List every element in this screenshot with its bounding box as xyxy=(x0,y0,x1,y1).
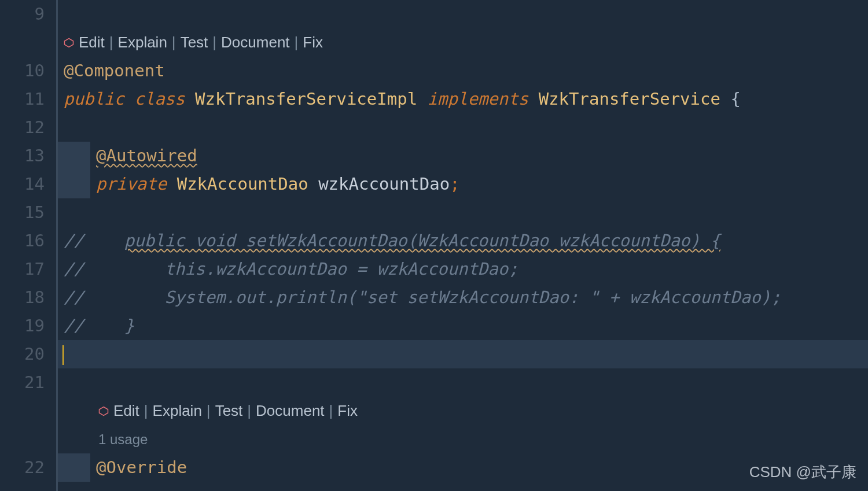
code-line[interactable]: // } xyxy=(64,312,868,340)
lens-test[interactable]: Test xyxy=(215,397,243,425)
keyword-class: class xyxy=(134,89,185,109)
class-name: WzkTransferServiceImpl xyxy=(195,89,417,109)
interface-name: WzkTransferService xyxy=(539,89,720,109)
lens-explain[interactable]: Explain xyxy=(118,28,167,57)
code-line[interactable] xyxy=(64,368,868,397)
line-number: 11 xyxy=(0,85,45,113)
code-area[interactable]: Edit | Explain | Test | Document | Fix @… xyxy=(58,0,868,491)
code-line[interactable] xyxy=(64,198,868,227)
code-line[interactable]: // System.out.println("set setWzkAccount… xyxy=(64,283,868,312)
selection-block xyxy=(58,142,90,170)
code-line[interactable]: @Component xyxy=(64,57,868,85)
lens-separator: | xyxy=(109,28,113,57)
keyword-private: private xyxy=(96,174,167,194)
lens-separator: | xyxy=(207,397,211,425)
code-line[interactable]: public class WzkTransferServiceImpl impl… xyxy=(64,85,868,113)
code-line[interactable]: // public void setWzkAccountDao(WzkAccou… xyxy=(64,227,868,255)
lens-separator: | xyxy=(295,28,299,57)
line-number xyxy=(0,425,45,453)
lens-edit[interactable]: Edit xyxy=(113,397,139,425)
line-number xyxy=(0,28,45,57)
selection-block xyxy=(58,170,90,198)
ai-icon xyxy=(98,406,109,416)
code-line[interactable]: private WzkAccountDao wzkAccountDao; xyxy=(64,170,868,198)
code-lens-row: Edit | Explain | Test | Document | Fix xyxy=(64,28,868,57)
usage-hint[interactable]: 1 usage xyxy=(64,425,868,453)
lens-separator: | xyxy=(212,28,216,57)
line-number: 10 xyxy=(0,57,45,85)
comment-slash: // xyxy=(64,231,84,250)
line-number xyxy=(0,397,45,425)
selection-block xyxy=(58,453,90,482)
keyword-public: public xyxy=(64,89,124,109)
code-lens-row: Edit | Explain | Test | Document | Fix xyxy=(64,397,868,425)
svg-marker-0 xyxy=(65,38,73,47)
line-number: 22 xyxy=(0,453,45,482)
annotation-override: @Override xyxy=(96,457,187,477)
lens-document[interactable]: Document xyxy=(221,28,290,57)
lens-separator: | xyxy=(329,397,333,425)
line-number: 14 xyxy=(0,170,45,198)
line-number: 15 xyxy=(0,198,45,227)
comment-text: public void setWzkAccountDao(WzkAccountD… xyxy=(124,231,720,250)
line-number: 20 xyxy=(0,340,45,368)
code-editor[interactable]: 9 10 11 12 13 14 15 16 17 18 19 20 21 22… xyxy=(0,0,868,491)
lens-test[interactable]: Test xyxy=(181,28,208,57)
line-number: 9 xyxy=(0,0,45,28)
lens-document[interactable]: Document xyxy=(256,397,325,425)
field-name: wzkAccountDao xyxy=(318,174,450,194)
line-number: 13 xyxy=(0,142,45,170)
line-number: 18 xyxy=(0,283,45,312)
type-name: WzkAccountDao xyxy=(177,174,308,194)
annotation-component: @Component xyxy=(64,61,165,80)
lens-explain[interactable]: Explain xyxy=(153,397,202,425)
semicolon: ; xyxy=(450,174,459,194)
line-number: 17 xyxy=(0,255,45,283)
code-line[interactable] xyxy=(64,113,868,142)
lens-separator: | xyxy=(172,28,176,57)
lens-fix[interactable]: Fix xyxy=(303,28,323,57)
comment-text: // } xyxy=(64,316,134,335)
code-line[interactable]: @Override xyxy=(64,453,868,482)
watermark: CSDN @武子康 xyxy=(749,458,856,486)
annotation-autowired: @Autowired xyxy=(96,146,197,165)
svg-marker-1 xyxy=(100,407,108,415)
lens-separator: | xyxy=(247,397,251,425)
keyword-implements: implements xyxy=(428,89,529,109)
text-caret xyxy=(62,345,64,365)
brace-open: { xyxy=(730,89,740,109)
line-number: 19 xyxy=(0,312,45,340)
ai-icon xyxy=(64,38,74,48)
line-number: 16 xyxy=(0,227,45,255)
code-line[interactable] xyxy=(64,0,868,28)
comment-text: // System.out.println("set setWzkAccount… xyxy=(64,287,781,307)
line-number: 21 xyxy=(0,368,45,397)
code-line-current[interactable] xyxy=(58,340,868,368)
lens-fix[interactable]: Fix xyxy=(337,397,358,425)
line-number: 12 xyxy=(0,113,45,142)
code-line[interactable]: // this.wzkAccountDao = wzkAccountDao; xyxy=(64,255,868,283)
lens-edit[interactable]: Edit xyxy=(79,28,105,57)
lens-separator: | xyxy=(144,397,148,425)
line-gutter: 9 10 11 12 13 14 15 16 17 18 19 20 21 22 xyxy=(0,0,58,491)
comment-text: // this.wzkAccountDao = wzkAccountDao; xyxy=(64,259,518,279)
code-line[interactable]: @Autowired xyxy=(64,142,868,170)
